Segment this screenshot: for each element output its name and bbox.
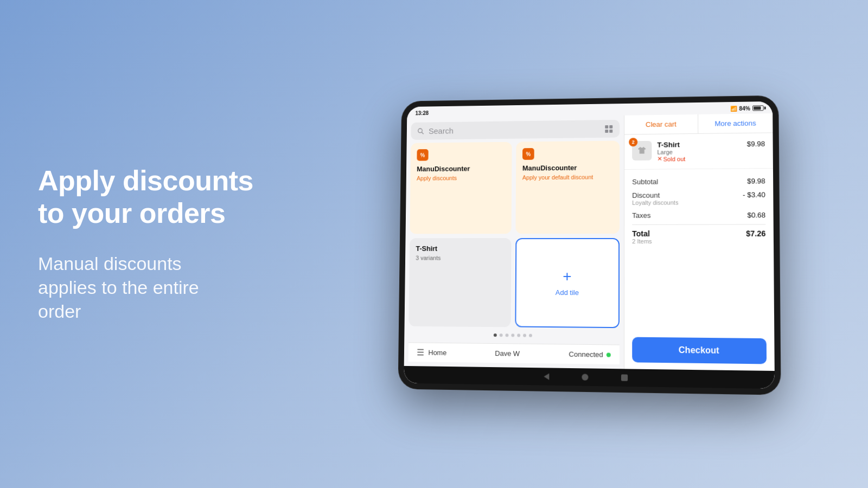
dot-7 [529, 334, 532, 337]
x-icon: ✕ [657, 156, 662, 163]
search-bar[interactable]: Search [411, 120, 620, 140]
tablet-screen: 13:28 📶 84% [404, 101, 775, 389]
add-tile-label: Add tile [556, 288, 579, 297]
discount-label-group: Discount Loyalty discounts [632, 191, 678, 206]
dot-4 [511, 333, 514, 337]
total-value: $7.26 [746, 229, 765, 238]
battery-fill [754, 106, 761, 110]
tile-add[interactable]: + Add tile [515, 237, 620, 328]
svg-rect-4 [605, 129, 608, 132]
left-panel: Apply discountsto your orders Manual dis… [0, 132, 304, 356]
svg-rect-3 [609, 125, 612, 128]
cart-item-tshirt: 2 T-Shirt Large ✕ Sold out $9.98 [624, 133, 773, 170]
nav-home-label: Home [428, 349, 446, 357]
connected-indicator [607, 352, 611, 357]
more-actions-button[interactable]: More actions [698, 113, 773, 133]
tile-subtitle-2: Apply your default discount [522, 174, 613, 181]
item-name: T-Shirt [657, 140, 741, 149]
item-quantity-badge: 2 [629, 138, 637, 146]
svg-line-1 [422, 132, 423, 133]
subtotal-label: Subtotal [632, 178, 658, 186]
total-row: Total 2 Items $7.26 [632, 224, 765, 247]
pagination-dots [409, 330, 620, 342]
status-icons: 📶 84% [730, 105, 764, 112]
screen-content: Search [404, 113, 775, 371]
discount-value: - $3.40 [743, 190, 765, 198]
status-time: 13:28 [416, 110, 429, 116]
battery-icon [752, 105, 764, 111]
tile-manu-discounter-2[interactable]: % ManuDiscounter Apply your default disc… [515, 140, 620, 233]
discount-sublabel: Loyalty discounts [632, 199, 678, 206]
tile-title-2: ManuDiscounter [522, 163, 613, 172]
svg-rect-5 [609, 129, 612, 132]
tile-subtitle-3: 3 variants [416, 254, 505, 261]
search-placeholder: Search [429, 124, 600, 136]
item-price: $9.98 [747, 140, 765, 148]
recents-button[interactable] [621, 374, 628, 381]
total-label-group: Total 2 Items [632, 229, 652, 245]
dot-3 [505, 333, 508, 337]
back-button[interactable] [544, 373, 549, 380]
subtotal-row: Subtotal $9.98 [632, 174, 765, 189]
product-panel: Search [404, 115, 624, 369]
search-bar-right [604, 124, 613, 133]
tile-title-3: T-Shirt [416, 244, 505, 252]
item-sold-out-label: ✕ Sold out [657, 155, 741, 162]
dot-6 [523, 334, 526, 337]
product-grid: % ManuDiscounter Apply discounts % ManuD… [409, 140, 620, 328]
taxes-label: Taxes [632, 211, 650, 220]
battery-percent: 84% [739, 105, 750, 111]
tablet-wrapper: 13:28 📶 84% [304, 98, 868, 390]
shirt-icon [637, 146, 647, 156]
dot-2 [500, 333, 503, 337]
grid-icon [604, 124, 613, 133]
nav-status-label: Connected [569, 350, 603, 359]
wifi-icon: 📶 [730, 105, 737, 111]
taxes-value: $0.68 [747, 211, 765, 219]
checkout-button[interactable]: Checkout [632, 337, 767, 364]
total-label: Total [632, 229, 652, 238]
bottom-nav: ☰ Home Dave W Connected [409, 342, 620, 364]
subtotal-value: $9.98 [747, 177, 765, 185]
dot-1 [494, 333, 497, 337]
nav-home[interactable]: ☰ Home [417, 347, 446, 358]
tile-tshirt[interactable]: T-Shirt 3 variants [409, 238, 511, 328]
item-image-wrapper: 2 [632, 141, 652, 160]
svg-point-0 [418, 129, 423, 133]
total-items-count: 2 Items [632, 238, 652, 245]
hamburger-icon: ☰ [417, 347, 424, 357]
svg-rect-2 [605, 125, 608, 129]
cart-totals: Subtotal $9.98 Discount Loyalty discount… [624, 169, 774, 334]
nav-status: Connected [569, 350, 611, 359]
item-details: T-Shirt Large ✕ Sold out [657, 140, 741, 163]
taxes-row: Taxes $0.68 [632, 208, 765, 222]
dot-5 [517, 333, 520, 337]
headline: Apply discountsto your orders [38, 165, 266, 230]
add-plus-icon: + [563, 269, 571, 284]
discount-row: Discount Loyalty discounts - $3.40 [632, 188, 765, 208]
cart-panel: Clear cart More actions 2 [624, 113, 775, 371]
tile-title-1: ManuDiscounter [417, 164, 506, 173]
subtext: Manual discountsapplies to the entireord… [38, 252, 266, 324]
tile-subtitle-1: Apply discounts [417, 175, 506, 182]
home-button[interactable] [582, 374, 588, 380]
cart-header: Clear cart More actions [624, 113, 773, 134]
tile-manu-discounter-1[interactable]: % ManuDiscounter Apply discounts [410, 142, 512, 234]
tile-icon-2: % [522, 148, 534, 160]
tile-icon-1: % [417, 149, 428, 161]
clear-cart-button[interactable]: Clear cart [624, 114, 698, 134]
tablet: 13:28 📶 84% [399, 96, 781, 395]
sold-out-text: Sold out [663, 156, 686, 162]
search-icon [417, 127, 425, 135]
nav-user: Dave W [495, 349, 520, 358]
discount-label: Discount [632, 191, 678, 199]
